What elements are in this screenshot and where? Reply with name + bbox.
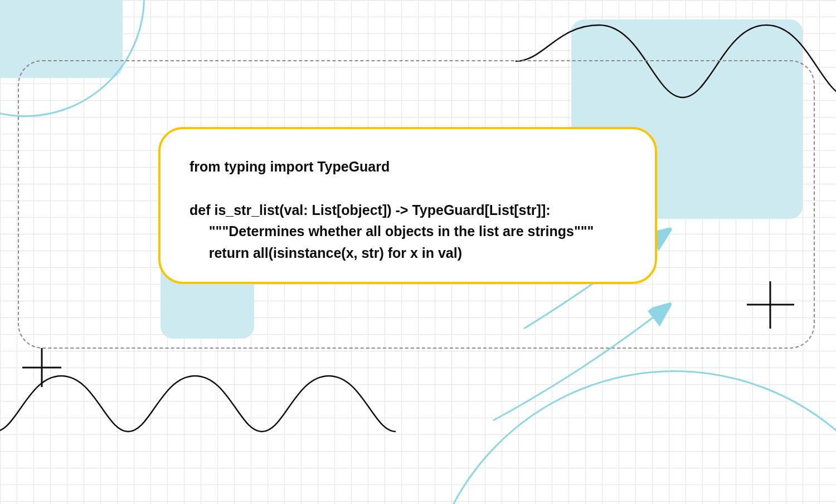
code-line: from typing import TypeGuard [189, 159, 390, 174]
decor-arrow-2 [488, 301, 672, 423]
code-line: return all(isinstance(x, str) for x in v… [189, 245, 462, 261]
code-block: from typing import TypeGuard def is_str_… [189, 156, 626, 264]
code-line: def is_str_list(val: List[object]) -> Ty… [189, 202, 551, 218]
diagram-canvas: from typing import TypeGuard def is_str_… [0, 0, 836, 504]
plus-icon [744, 278, 797, 331]
code-line: """Determines whether all objects in the… [189, 223, 594, 239]
plus-icon [20, 345, 64, 390]
code-snippet-card: from typing import TypeGuard def is_str_… [158, 127, 657, 284]
